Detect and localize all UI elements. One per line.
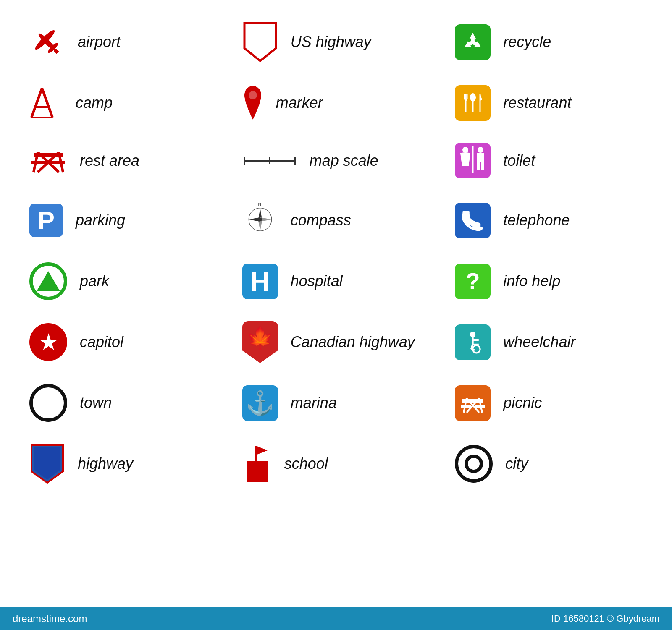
toilet-item: toilet (442, 134, 655, 187)
capitol-label: capitol (80, 333, 123, 351)
school-label: school (284, 455, 328, 473)
recycle-icon (455, 24, 491, 60)
capitol-icon: ★ (29, 323, 67, 361)
wheelchair-item: wheelchair (442, 313, 655, 371)
restaurant-item: restaurant (442, 76, 655, 130)
restaurant-icon (455, 85, 491, 121)
svg-rect-45 (475, 405, 485, 408)
town-icon (29, 384, 67, 422)
parking-item: P parking (17, 191, 230, 250)
marker-icon (242, 84, 263, 122)
hospital-label: hospital (291, 272, 343, 290)
marker-item: marker (230, 76, 443, 130)
park-item: park (17, 254, 230, 308)
telephone-item: telephone (442, 191, 655, 250)
airport-item: airport (17, 13, 230, 71)
telephone-label: telephone (503, 212, 570, 229)
recycle-label: recycle (503, 33, 551, 51)
marina-item: ⚓ marina (230, 376, 443, 430)
school-icon (242, 444, 272, 484)
parking-icon: P (29, 204, 63, 237)
svg-line-42 (472, 349, 475, 350)
picnic-icon (455, 385, 491, 421)
toilet-icon (455, 143, 491, 178)
airport-label: airport (78, 33, 121, 51)
city-label: city (505, 455, 528, 473)
parking-label: parking (76, 212, 125, 229)
info-help-label: info help (503, 272, 560, 290)
camp-icon (29, 84, 63, 122)
toilet-label: toilet (503, 152, 535, 170)
svg-rect-51 (247, 461, 268, 482)
svg-rect-44 (461, 405, 471, 408)
rest-area-item: rest area (17, 134, 230, 187)
marina-icon: ⚓ (242, 385, 278, 421)
compass-label: compass (291, 212, 351, 229)
canadian-highway-icon: 🍁 (242, 321, 278, 363)
camp-item: camp (17, 76, 230, 130)
telephone-icon (455, 203, 491, 238)
svg-point-8 (249, 91, 257, 99)
us-highway-label: US highway (291, 33, 371, 51)
rest-area-label: rest area (80, 152, 139, 170)
svg-point-27 (462, 147, 468, 153)
highway-icon (29, 443, 65, 485)
svg-line-4 (32, 88, 42, 118)
park-icon (29, 262, 67, 300)
svg-rect-29 (477, 153, 484, 162)
city-icon (455, 445, 493, 483)
us-highway-item: US highway (230, 13, 443, 71)
marker-label: marker (276, 94, 323, 112)
us-highway-icon (242, 21, 278, 63)
park-label: park (80, 272, 109, 290)
canadian-highway-label: Canadian highway (291, 333, 415, 351)
town-label: town (80, 394, 112, 412)
marina-label: marina (291, 394, 337, 412)
wheelchair-icon (455, 324, 491, 360)
svg-rect-18 (50, 161, 65, 164)
info-help-icon: ? (455, 264, 491, 299)
main-grid: airport US highway recycle (0, 0, 672, 506)
canadian-highway-item: 🍁 Canadian highway (230, 313, 443, 371)
svg-point-14 (470, 93, 476, 102)
svg-line-5 (42, 88, 52, 118)
map-scale-icon (242, 152, 297, 169)
town-item: town (17, 376, 230, 430)
highway-item: highway (17, 434, 230, 493)
map-scale-label: map scale (310, 152, 378, 170)
compass-icon: N (242, 199, 278, 241)
capitol-item: ★ capitol (17, 313, 230, 371)
info-help-item: ? info help (442, 254, 655, 308)
picnic-item: picnic (442, 376, 655, 430)
highway-label: highway (78, 455, 133, 473)
svg-rect-31 (481, 162, 484, 170)
wheelchair-label: wheelchair (503, 333, 575, 351)
footer-brand: dreamstime.com (13, 613, 87, 625)
picnic-label: picnic (503, 394, 542, 412)
svg-point-28 (478, 147, 483, 153)
svg-rect-30 (477, 162, 480, 170)
restaurant-label: restaurant (503, 94, 571, 112)
camp-label: camp (76, 94, 113, 112)
svg-rect-50 (255, 446, 257, 461)
footer-id: ID 16580121 © Gbydream (551, 613, 659, 624)
footer: dreamstime.com ID 16580121 © Gbydream (0, 607, 672, 630)
map-scale-item: map scale (230, 134, 443, 187)
hospital-item: H hospital (230, 254, 443, 308)
svg-point-34 (258, 218, 262, 222)
svg-point-36 (470, 332, 475, 337)
compass-item: N compass (230, 191, 443, 250)
city-item: city (442, 434, 655, 493)
svg-rect-17 (32, 161, 46, 164)
hospital-icon: H (242, 264, 278, 299)
recycle-item: recycle (442, 13, 655, 71)
svg-text:N: N (258, 202, 261, 207)
rest-area-icon (29, 145, 67, 176)
school-item: school (230, 434, 443, 493)
airport-icon (29, 24, 65, 60)
